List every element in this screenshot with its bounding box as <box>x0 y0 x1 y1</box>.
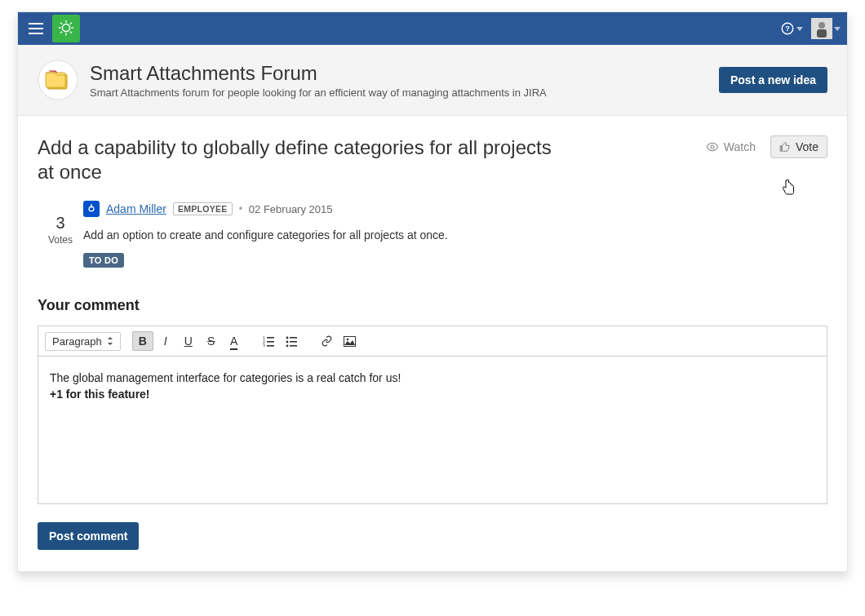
cursor-pointer-icon <box>780 178 796 202</box>
author-avatar-icon <box>83 201 100 217</box>
svg-rect-28 <box>290 337 297 339</box>
comment-textarea[interactable]: The global management interface for cate… <box>38 357 827 503</box>
text-color-button[interactable]: A <box>224 331 245 351</box>
app-frame: ? <box>17 11 848 572</box>
svg-rect-32 <box>290 345 297 347</box>
svg-point-34 <box>347 338 349 340</box>
unordered-list-button[interactable] <box>282 331 303 351</box>
svg-line-8 <box>60 32 62 33</box>
idea-title: Add a capability to globally define cate… <box>38 135 560 184</box>
style-dropdown-label: Paragraph <box>52 335 102 348</box>
svg-rect-20 <box>91 204 91 208</box>
lightbulb-icon[interactable] <box>52 15 80 42</box>
editor-line-1: The global management interface for cate… <box>50 370 815 386</box>
svg-rect-26 <box>267 345 274 347</box>
svg-point-0 <box>62 24 69 32</box>
watch-button[interactable]: Watch <box>706 140 756 153</box>
svg-line-5 <box>60 23 62 24</box>
user-menu[interactable] <box>811 18 841 39</box>
votes-column: 3 Votes <box>38 201 83 268</box>
idea-header: Add a capability to globally define cate… <box>38 135 827 184</box>
forum-subtitle: Smart Attachments forum for people looki… <box>90 86 547 99</box>
vote-count-label: Votes <box>38 234 83 246</box>
comment-editor: Paragraph B I U S A 123 <box>38 326 827 504</box>
eye-icon <box>706 140 719 153</box>
idea-date: 02 February 2015 <box>249 203 333 215</box>
underline-button[interactable]: U <box>178 331 199 351</box>
svg-rect-30 <box>290 341 297 343</box>
image-button[interactable] <box>339 331 361 351</box>
ordered-list-button[interactable]: 123 <box>259 331 280 351</box>
svg-point-29 <box>286 341 289 343</box>
vote-button[interactable]: Vote <box>770 135 827 158</box>
forum-folder-icon <box>38 60 78 100</box>
svg-point-27 <box>286 337 289 339</box>
help-icon[interactable]: ? <box>780 21 803 36</box>
svg-line-6 <box>70 32 72 33</box>
forum-title: Smart Attachments Forum <box>90 62 547 85</box>
paragraph-style-dropdown[interactable]: Paragraph <box>45 332 121 351</box>
vote-label: Vote <box>796 140 818 153</box>
separator-dot: • <box>239 203 242 215</box>
svg-rect-24 <box>267 341 274 343</box>
svg-text:?: ? <box>785 24 790 33</box>
svg-point-31 <box>286 345 289 347</box>
thumbs-up-icon <box>779 141 791 153</box>
editor-toolbar: Paragraph B I U S A 123 <box>38 326 827 357</box>
post-new-idea-button[interactable]: Post a new idea <box>719 67 827 93</box>
post-comment-button[interactable]: Post comment <box>38 522 139 550</box>
watch-label: Watch <box>724 140 756 153</box>
svg-line-7 <box>70 23 72 24</box>
svg-point-12 <box>818 22 825 29</box>
svg-rect-22 <box>267 337 274 339</box>
strike-button[interactable]: S <box>201 331 222 351</box>
svg-text:3: 3 <box>263 343 265 347</box>
link-button[interactable] <box>317 331 338 351</box>
employee-badge: EMPLOYEE <box>173 202 233 215</box>
sort-icon <box>107 337 113 345</box>
idea-description: Add an option to create and configure ca… <box>83 228 827 242</box>
editor-line-2: +1 for this feature! <box>50 386 815 402</box>
forum-banner: Smart Attachments Forum Smart Attachment… <box>18 45 847 116</box>
chevron-down-icon <box>834 27 841 31</box>
chevron-down-icon <box>796 27 803 31</box>
comment-heading: Your comment <box>38 297 827 314</box>
idea-meta-row: Adam Miller EMPLOYEE • 02 February 2015 <box>83 201 827 217</box>
idea-body: 3 Votes Adam Miller EMPLOYEE • 02 Februa… <box>38 201 827 268</box>
top-navbar: ? <box>18 12 847 45</box>
user-avatar-icon <box>811 18 832 39</box>
content-area: Add a capability to globally define cate… <box>18 116 847 571</box>
italic-button[interactable]: I <box>155 331 176 351</box>
svg-point-17 <box>711 145 714 148</box>
vote-count: 3 <box>38 214 83 233</box>
status-badge: TO DO <box>83 253 124 268</box>
svg-rect-13 <box>817 29 827 38</box>
bold-button[interactable]: B <box>132 331 153 351</box>
author-link[interactable]: Adam Miller <box>106 202 166 215</box>
hamburger-icon[interactable] <box>24 17 47 40</box>
